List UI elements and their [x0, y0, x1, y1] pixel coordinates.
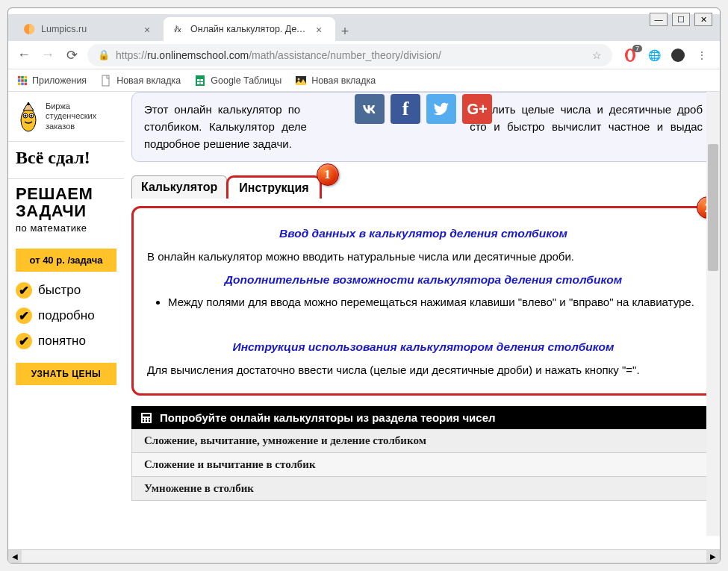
feature-item: ✔подробно [16, 303, 116, 328]
site-icon [23, 23, 35, 35]
forward-button: → [40, 47, 56, 63]
horizontal-scrollbar[interactable]: ◀ ▶ [8, 549, 720, 563]
bookmark-gsheets[interactable]: Google Таблицы [194, 75, 281, 87]
sheets-icon [194, 75, 206, 87]
panel-text: В онлайн калькулятор можно вводить натур… [147, 249, 700, 266]
check-icon: ✔ [16, 282, 32, 299]
vertical-scrollbar[interactable] [706, 92, 720, 536]
svg-point-4 [671, 49, 685, 62]
site-icon: ∛x [172, 23, 184, 35]
svg-rect-31 [143, 420, 144, 422]
panel-heading: Ввод данных в калькулятор деления столби… [147, 225, 700, 242]
panel-heading: Дополнительные возможности калькулятора … [147, 271, 700, 288]
close-icon[interactable]: × [144, 24, 155, 34]
toolbar: ← → ⟳ 🔒 https://ru.onlinemschool.com/mat… [8, 41, 720, 69]
bookmark-newtab2[interactable]: Новая вкладка [295, 75, 376, 87]
tab-strip: Lumpics.ru × ∛x Онлайн калькулятор. Деле… [8, 14, 720, 41]
related-link[interactable]: Сложение, вычитание, умножение и деление… [131, 429, 715, 453]
new-tab-button[interactable]: + [335, 22, 355, 41]
svg-point-3 [628, 50, 633, 60]
apps-button[interactable]: Приложения [17, 75, 87, 86]
exchange-banner[interactable]: Биржа студенческих заказов [8, 92, 124, 142]
browser-tab-lumpics[interactable]: Lumpics.ru × [14, 17, 164, 41]
check-icon: ✔ [16, 308, 32, 324]
browser-tab-active[interactable]: ∛x Онлайн калькулятор. Деление с × [164, 17, 335, 41]
svg-rect-27 [143, 414, 150, 416]
tab-title: Онлайн калькулятор. Деление с [190, 24, 310, 34]
picture-icon [295, 75, 307, 87]
svg-point-20 [298, 78, 300, 80]
check-icon: ✔ [16, 333, 32, 349]
scroll-right-button[interactable]: ▶ [706, 550, 720, 564]
reload-button[interactable]: ⟳ [63, 47, 80, 63]
profile-avatar[interactable] [671, 48, 685, 63]
apps-icon [17, 75, 28, 86]
svg-rect-12 [21, 82, 24, 85]
scrollbar-thumb[interactable] [708, 144, 718, 271]
window-maximize[interactable]: ☐ [672, 13, 690, 26]
pencil-icon [16, 99, 41, 134]
cta-button[interactable]: УЗНАТЬ ЦЕНЫ [16, 363, 116, 385]
svg-rect-5 [18, 75, 21, 78]
main-content: f G+ Этот онлайн калькулятор по XXXXXXXX… [124, 92, 720, 549]
window-minimize[interactable]: — [650, 13, 668, 26]
panel-text: Для вычисления достаточно ввести числа (… [147, 362, 700, 379]
svg-rect-6 [21, 75, 24, 78]
share-googleplus[interactable]: G+ [462, 94, 492, 124]
share-twitter[interactable] [426, 94, 456, 124]
svg-text:∛x: ∛x [173, 25, 181, 34]
reshaem-block: РЕШАЕМ ЗАДАЧИ по математике [8, 179, 124, 240]
window-close[interactable]: ✕ [694, 13, 712, 26]
bookmark-newtab[interactable]: Новая вкладка [100, 75, 181, 87]
share-vk[interactable] [355, 94, 385, 124]
svg-rect-9 [21, 79, 24, 82]
globe-extension-icon[interactable]: 🌐 [647, 48, 662, 63]
instruction-panel: 2 Ввод данных в калькулятор деления стол… [131, 206, 715, 396]
svg-rect-13 [25, 82, 28, 85]
back-button[interactable]: ← [16, 47, 32, 63]
url-text: https://ru.onlinemschool.com/math/assist… [116, 49, 441, 61]
related-link[interactable]: Умножение в столбик [131, 477, 715, 501]
brand-text: Всё сдал! [16, 145, 116, 171]
svg-rect-8 [18, 79, 21, 82]
badge: 7 [632, 45, 642, 52]
svg-rect-11 [18, 82, 21, 85]
svg-rect-7 [25, 75, 28, 78]
price-badge: от 40 р. /задача [16, 249, 116, 272]
annotation-marker-1: 1 [317, 163, 339, 186]
calculator-icon [140, 412, 152, 424]
svg-rect-14 [102, 75, 109, 86]
svg-rect-33 [149, 420, 150, 422]
panel-heading: Инструкция использования калькулятором д… [147, 338, 700, 355]
svg-point-25 [31, 115, 33, 117]
intro-box: f G+ Этот онлайн калькулятор по XXXXXXXX… [131, 92, 715, 162]
menu-button[interactable]: ⋮ [694, 48, 709, 63]
svg-point-24 [25, 115, 27, 117]
svg-point-21 [21, 109, 36, 131]
lock-icon: 🔒 [98, 49, 110, 60]
feature-item: ✔понятно [16, 328, 116, 354]
tab-title: Lumpics.ru [41, 24, 138, 34]
star-icon[interactable]: ☆ [592, 49, 602, 61]
section-header: Попробуйте онлайн калькуляторы из раздел… [131, 406, 715, 429]
svg-rect-29 [146, 418, 147, 419]
related-link[interactable]: Сложение и вычитание в столбик [131, 453, 715, 477]
feature-item: ✔быстро [16, 278, 116, 303]
page-icon [100, 75, 112, 87]
tab-instruction[interactable]: Инструкция [226, 175, 321, 199]
address-bar[interactable]: 🔒 https://ru.onlinemschool.com/math/assi… [87, 44, 612, 66]
share-facebook[interactable]: f [391, 94, 420, 124]
svg-rect-30 [149, 418, 150, 419]
content-tabs: Калькулятор Инструкция 1 [131, 175, 715, 199]
opera-extension-icon[interactable]: 7 [623, 48, 638, 63]
bookmarks-bar: Приложения Новая вкладка Google Таблицы … [8, 69, 720, 92]
svg-rect-10 [25, 79, 28, 82]
svg-rect-28 [143, 418, 144, 419]
panel-list-item: Между полями для ввода можно перемещатьс… [168, 294, 700, 311]
scroll-left-button[interactable]: ◀ [8, 550, 22, 564]
share-bar: f G+ [355, 94, 492, 124]
tab-calculator[interactable]: Калькулятор [131, 175, 227, 199]
sidebar: Биржа студенческих заказов Всё сдал! РЕШ… [8, 92, 124, 549]
close-icon[interactable]: × [316, 24, 326, 34]
svg-rect-32 [146, 420, 147, 422]
